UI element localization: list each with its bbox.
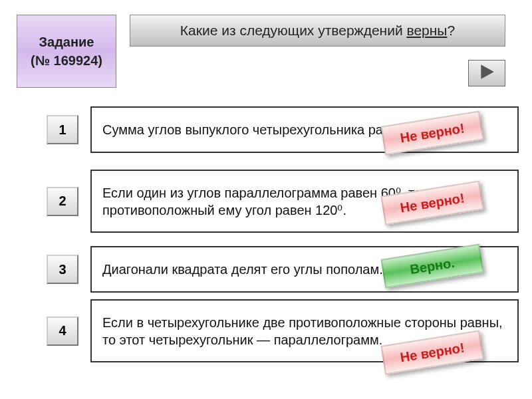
svg-marker-0 [481,65,494,79]
option-number-button[interactable]: 3 [47,255,78,284]
play-icon [478,63,495,83]
question-prefix: Какие из следующих утверждений [180,23,407,38]
task-number: (№ 169924) [31,51,102,70]
option-number-button[interactable]: 2 [47,187,78,216]
option-number-button[interactable]: 1 [47,115,78,144]
task-title: Задание [39,33,94,51]
task-box: Задание (№ 169924) [17,15,116,88]
next-button[interactable] [468,60,505,86]
question-bar: Какие из следующих утверждений верны? [130,15,505,47]
option-number-button[interactable]: 4 [47,317,78,346]
question-emph: верны [406,23,447,38]
question-suffix: ? [447,23,455,38]
